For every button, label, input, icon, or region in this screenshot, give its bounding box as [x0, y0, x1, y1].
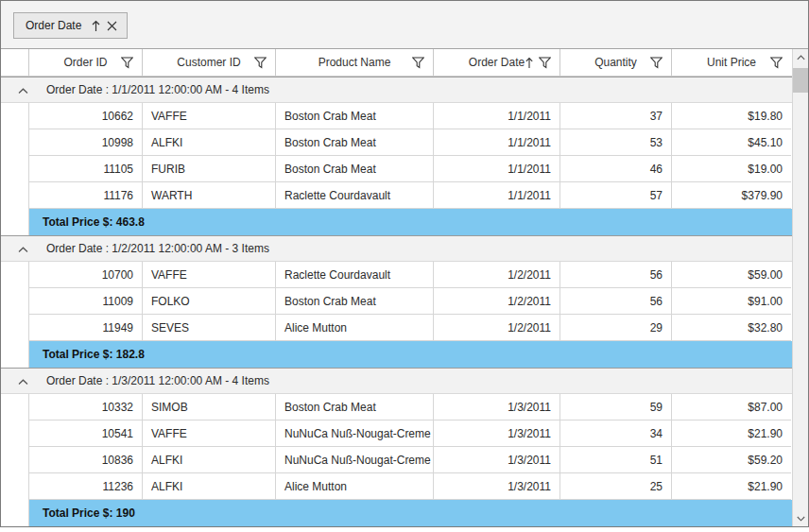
cell-order-id[interactable]: 11236	[29, 473, 143, 500]
cell-order-id[interactable]: 10662	[29, 103, 143, 129]
cell-quantity[interactable]: 51	[560, 447, 672, 473]
cell-quantity[interactable]: 59	[560, 394, 672, 420]
cell-quantity[interactable]: 29	[560, 315, 672, 341]
table-row[interactable]: 11105 FURIB Boston Crab Meat 1/1/2011 46…	[1, 156, 792, 182]
cell-order-id[interactable]: 10700	[29, 262, 143, 288]
cell-order-id[interactable]: 11949	[29, 315, 143, 341]
cell-unit-price[interactable]: $19.80	[672, 103, 791, 129]
cell-customer-id[interactable]: SIMOB	[143, 394, 276, 420]
cell-customer-id[interactable]: WARTH	[143, 182, 276, 209]
cell-order-id[interactable]: 10998	[29, 129, 143, 156]
group-drop-area[interactable]: Order Date	[1, 1, 808, 49]
filter-icon[interactable]	[539, 57, 551, 69]
cell-product-name[interactable]: Raclette Courdavault	[276, 182, 434, 209]
cell-product-name[interactable]: Boston Crab Meat	[276, 394, 434, 420]
filter-icon[interactable]	[770, 57, 783, 69]
cell-product-name[interactable]: Alice Mutton	[276, 315, 434, 341]
cell-unit-price[interactable]: $59.00	[672, 262, 791, 288]
cell-customer-id[interactable]: FURIB	[143, 156, 276, 182]
sort-ascending-icon[interactable]	[91, 20, 101, 32]
close-icon[interactable]	[107, 21, 117, 31]
column-header-order-date[interactable]: Order Date	[434, 49, 560, 76]
filter-icon[interactable]	[412, 57, 424, 69]
scrollbar-thumb[interactable]	[793, 68, 808, 93]
cell-product-name[interactable]: Raclette Courdavault	[276, 262, 434, 288]
cell-customer-id[interactable]: ALFKI	[143, 129, 276, 156]
column-header-unit-price[interactable]: Unit Price	[672, 49, 791, 76]
cell-order-id[interactable]: 10541	[29, 420, 143, 447]
table-row[interactable]: 10332 SIMOB Boston Crab Meat 1/3/2011 59…	[1, 394, 792, 420]
scroll-up-button[interactable]	[793, 49, 808, 65]
scroll-down-button[interactable]	[793, 510, 808, 526]
cell-product-name[interactable]: NuNuCa Nuß-Nougat-Creme	[276, 447, 434, 473]
cell-customer-id[interactable]: ALFKI	[143, 473, 276, 500]
cell-order-date[interactable]: 1/2/2011	[434, 315, 560, 341]
column-header-order-id[interactable]: Order ID	[29, 49, 143, 76]
filter-icon[interactable]	[254, 57, 267, 69]
cell-quantity[interactable]: 56	[560, 288, 672, 315]
cell-quantity[interactable]: 37	[560, 103, 672, 129]
table-row[interactable]: 11009 FOLKO Boston Crab Meat 1/2/2011 56…	[1, 288, 792, 315]
cell-customer-id[interactable]: VAFFE	[143, 420, 276, 447]
cell-order-date[interactable]: 1/3/2011	[434, 420, 560, 447]
vertical-scrollbar[interactable]	[792, 49, 808, 526]
cell-product-name[interactable]: Boston Crab Meat	[276, 156, 434, 182]
table-row[interactable]: 10700 VAFFE Raclette Courdavault 1/2/201…	[1, 262, 792, 288]
cell-quantity[interactable]: 34	[560, 420, 672, 447]
cell-order-id[interactable]: 10836	[29, 447, 143, 473]
cell-unit-price[interactable]: $91.00	[672, 288, 791, 315]
chevron-up-icon[interactable]	[16, 376, 29, 387]
cell-order-date[interactable]: 1/3/2011	[434, 473, 560, 500]
cell-order-id[interactable]: 11176	[29, 182, 143, 209]
chevron-up-icon[interactable]	[16, 244, 29, 255]
cell-order-date[interactable]: 1/3/2011	[434, 394, 560, 420]
table-row[interactable]: 10662 VAFFE Boston Crab Meat 1/1/2011 37…	[1, 103, 792, 129]
cell-order-id[interactable]: 10332	[29, 394, 143, 420]
cell-order-date[interactable]: 1/1/2011	[434, 156, 560, 182]
cell-order-date[interactable]: 1/1/2011	[434, 182, 560, 209]
cell-unit-price[interactable]: $59.20	[672, 447, 791, 473]
cell-product-name[interactable]: Alice Mutton	[276, 473, 434, 500]
column-header-customer-id[interactable]: Customer ID	[143, 49, 276, 76]
table-row[interactable]: 11236 ALFKI Alice Mutton 1/3/2011 25 $21…	[1, 473, 792, 500]
cell-quantity[interactable]: 25	[560, 473, 672, 500]
cell-order-date[interactable]: 1/1/2011	[434, 129, 560, 156]
table-row[interactable]: 10998 ALFKI Boston Crab Meat 1/1/2011 53…	[1, 129, 792, 156]
cell-customer-id[interactable]: VAFFE	[143, 103, 276, 129]
column-header-quantity[interactable]: Quantity	[560, 49, 672, 76]
table-row[interactable]: 11949 SEVES Alice Mutton 1/2/2011 29 $32…	[1, 315, 792, 341]
cell-quantity[interactable]: 53	[560, 129, 672, 156]
cell-order-date[interactable]: 1/2/2011	[434, 288, 560, 315]
cell-product-name[interactable]: Boston Crab Meat	[276, 288, 434, 315]
cell-order-id[interactable]: 11009	[29, 288, 143, 315]
group-caption-row[interactable]: Order Date : 1/2/2011 12:00:00 AM - 3 It…	[1, 235, 792, 262]
cell-order-date[interactable]: 1/3/2011	[434, 447, 560, 473]
chevron-up-icon[interactable]	[16, 85, 29, 96]
cell-product-name[interactable]: NuNuCa Nuß-Nougat-Creme	[276, 420, 434, 447]
group-caption-row[interactable]: Order Date : 1/1/2011 12:00:00 AM - 4 It…	[1, 77, 792, 103]
cell-customer-id[interactable]: FOLKO	[143, 288, 276, 315]
cell-unit-price[interactable]: $379.90	[672, 182, 791, 209]
filter-icon[interactable]	[121, 57, 133, 69]
cell-quantity[interactable]: 57	[560, 182, 672, 209]
cell-customer-id[interactable]: SEVES	[143, 315, 276, 341]
cell-customer-id[interactable]: VAFFE	[143, 262, 276, 288]
cell-customer-id[interactable]: ALFKI	[143, 447, 276, 473]
table-row[interactable]: 10836 ALFKI NuNuCa Nuß-Nougat-Creme 1/3/…	[1, 447, 792, 473]
table-row[interactable]: 11176 WARTH Raclette Courdavault 1/1/201…	[1, 182, 792, 209]
cell-unit-price[interactable]: $32.80	[672, 315, 791, 341]
filter-icon[interactable]	[650, 57, 663, 69]
table-row[interactable]: 10541 VAFFE NuNuCa Nuß-Nougat-Creme 1/3/…	[1, 420, 792, 447]
cell-product-name[interactable]: Boston Crab Meat	[276, 129, 434, 156]
column-header-product-name[interactable]: Product Name	[276, 49, 434, 76]
cell-unit-price[interactable]: $19.00	[672, 156, 791, 182]
group-chip-order-date[interactable]: Order Date	[13, 12, 128, 39]
cell-unit-price[interactable]: $21.90	[672, 420, 791, 447]
group-caption-row[interactable]: Order Date : 1/3/2011 12:00:00 AM - 4 It…	[1, 368, 792, 394]
cell-quantity[interactable]: 46	[560, 156, 672, 182]
cell-order-date[interactable]: 1/1/2011	[434, 103, 560, 129]
cell-quantity[interactable]: 56	[560, 262, 672, 288]
cell-unit-price[interactable]: $21.90	[672, 473, 791, 500]
cell-order-date[interactable]: 1/2/2011	[434, 262, 560, 288]
cell-unit-price[interactable]: $87.00	[672, 394, 791, 420]
